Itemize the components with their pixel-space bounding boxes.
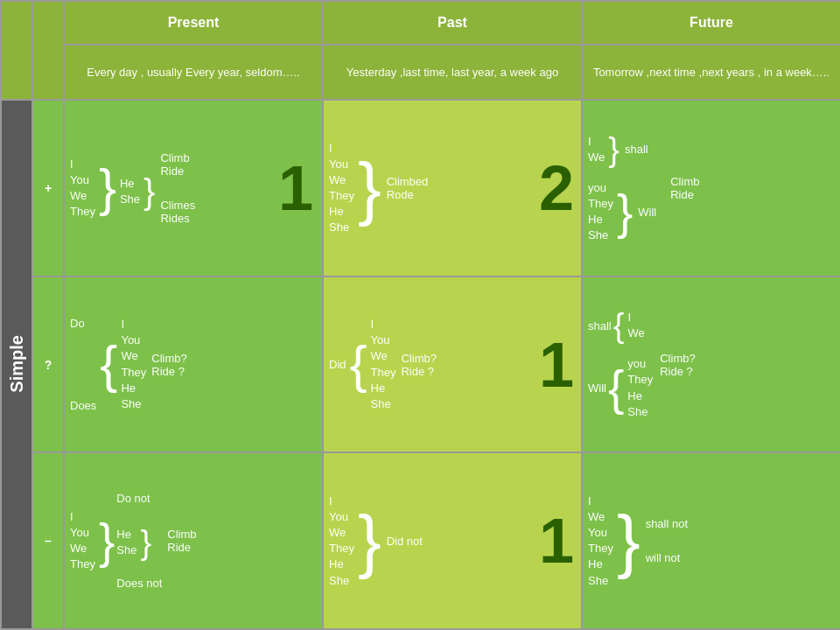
- verb-ride-future-plus: Ride: [670, 188, 699, 201]
- header-future: Future: [582, 1, 840, 45]
- future-plus-cell: I We } shall you They He She }: [582, 100, 840, 276]
- pronoun-she-plus: She: [120, 192, 140, 207]
- pm-he: He: [116, 527, 136, 542]
- bracket-right-pm1: }: [99, 517, 115, 565]
- pm-they: They: [70, 556, 95, 572]
- number-past-q: 1: [539, 329, 574, 401]
- verb-climb-future-plus: Climb: [670, 175, 699, 188]
- pronoun-they-future-plus: They: [588, 196, 613, 212]
- bracket-right-2: }: [144, 174, 155, 209]
- subheader-future: Tomorrow ,next time ,next years , in a w…: [582, 45, 840, 100]
- pq-we: We: [121, 348, 146, 364]
- verb-climbed-past-plus: Climbed: [387, 175, 429, 188]
- pronoun-she-past-plus: She: [329, 220, 354, 235]
- verb-climb-q-future: Climb?: [660, 352, 695, 365]
- question-label: ?: [32, 276, 64, 453]
- minus-label: –: [32, 452, 64, 629]
- pm-we: We: [70, 541, 95, 556]
- pmp-they: They: [329, 541, 354, 556]
- pqp-i: I: [371, 317, 396, 332]
- fminus-you: You: [588, 525, 613, 541]
- pqp-he: He: [371, 381, 396, 396]
- fq-they: They: [627, 372, 653, 388]
- verb-climb-q-past: Climb?: [401, 352, 436, 365]
- fq-i: I: [627, 310, 644, 326]
- pqp-she: She: [371, 396, 396, 412]
- pqp-they: They: [371, 365, 396, 381]
- verb-rides-present-plus: Rides: [160, 212, 195, 225]
- pq-they: They: [121, 365, 146, 381]
- bracket-right-fm: }: [617, 506, 640, 576]
- shall-q-label: shall: [588, 319, 612, 332]
- pronoun-i-plus: I: [70, 157, 95, 172]
- shall-label: shall: [625, 143, 648, 156]
- pronoun-she-future-plus: She: [588, 228, 613, 243]
- does-label: Does: [70, 399, 96, 412]
- simple-label: Simple: [1, 100, 32, 629]
- verb-rode-past-plus: Rode: [387, 188, 429, 201]
- fminus-i: I: [588, 494, 613, 509]
- will-q-label: Will: [588, 382, 606, 395]
- will-not-label: will not: [646, 551, 681, 564]
- verb-climes-present-plus: Climes: [160, 199, 195, 212]
- does-not-label: Does not: [116, 577, 162, 590]
- fminus-they: They: [588, 541, 613, 556]
- bracket-right-1: }: [99, 162, 116, 214]
- past-question-cell: Did { I You We They He She Climb? Ride ?: [323, 276, 582, 453]
- number-past-minus: 1: [539, 505, 574, 577]
- pronoun-we-past-plus: We: [329, 172, 354, 188]
- did-not-label: Did not: [387, 535, 423, 548]
- subheader-present: Every day , usually Every year, seldom….…: [64, 45, 323, 100]
- verb-ride-q-future: Ride ?: [660, 365, 695, 378]
- pq-i: I: [121, 317, 146, 332]
- verb-ride-present-plus: Ride: [160, 164, 195, 178]
- pronoun-he-plus: He: [120, 176, 140, 192]
- bracket-right-future-shall: }: [608, 133, 620, 166]
- fminus-she: She: [588, 573, 613, 589]
- pronoun-he-future-plus: He: [588, 212, 613, 228]
- bracket-right-future-will: }: [617, 188, 633, 236]
- pq-he: He: [121, 381, 146, 396]
- bracket-left-q-past: {: [350, 339, 368, 391]
- pronoun-you-plus: You: [70, 172, 95, 188]
- pronoun-i-future-plus: I: [588, 134, 605, 150]
- pronoun-you-past-plus: You: [329, 157, 354, 172]
- fq-she: She: [627, 404, 653, 420]
- shall-not-label: shall not: [646, 517, 688, 530]
- verb-climb-present-plus: Climb: [160, 151, 195, 164]
- pq-she: She: [121, 396, 146, 412]
- fq-you: you: [627, 356, 653, 372]
- past-minus-cell: I You We They He She } Did not 1: [323, 452, 582, 629]
- will-label-plus: Will: [638, 206, 656, 219]
- pronoun-i-past-plus: I: [329, 141, 354, 157]
- pronoun-we-plus: We: [70, 188, 95, 204]
- bracket-right-past-plus: }: [358, 153, 382, 223]
- bracket-left-fq-shall: {: [613, 309, 625, 342]
- pm-i: I: [70, 509, 95, 525]
- verb-ride-q-past: Ride ?: [401, 365, 436, 378]
- present-question-cell: Do Does { I You We They He She Climb?: [64, 276, 323, 453]
- pmp-we: We: [329, 525, 354, 541]
- pm-she: She: [116, 542, 136, 558]
- verb-climb-q-pres: Climb?: [151, 352, 186, 365]
- future-question-cell: shall { I We Will { you They He: [582, 276, 840, 453]
- fminus-we: We: [588, 509, 613, 525]
- do-not-label: Do not: [116, 492, 162, 505]
- pronoun-they-past-plus: They: [329, 188, 354, 204]
- did-label: Did: [329, 358, 346, 371]
- future-minus-cell: I We You They He She } shall not will no…: [582, 452, 840, 629]
- header-past: Past: [323, 1, 582, 45]
- fq-he: He: [627, 388, 653, 404]
- pmp-i: I: [329, 494, 354, 509]
- verb-ride-minus-pres: Ride: [167, 541, 196, 554]
- plus-label: +: [32, 100, 64, 276]
- bracket-right-pmp: }: [358, 506, 382, 576]
- fq-we: We: [627, 326, 644, 341]
- pmp-he: He: [329, 556, 354, 572]
- bracket-left-q-pres: {: [100, 339, 117, 391]
- verb-ride-q-pres: Ride ?: [151, 365, 186, 378]
- do-label: Do: [70, 317, 96, 330]
- bracket-left-fq-will: {: [608, 364, 624, 412]
- pm-you: You: [70, 525, 95, 541]
- present-minus-cell: I You We They } Do not He She }: [64, 452, 323, 629]
